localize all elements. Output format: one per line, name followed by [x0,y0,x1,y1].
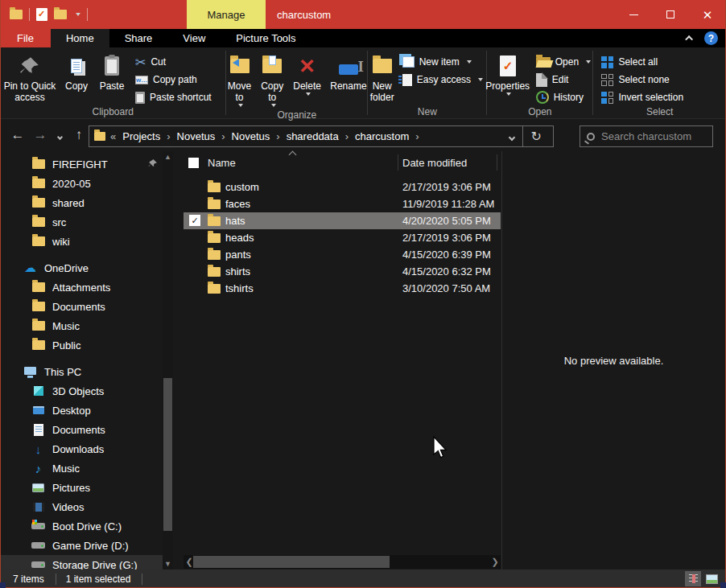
easy-access-button[interactable]: Easy access [398,71,488,88]
scrollbar-thumb[interactable] [163,378,172,531]
folder-icon[interactable] [10,10,23,19]
sidebar-item[interactable]: Attachments [1,278,163,297]
sidebar-scrollbar[interactable]: ▲ ▼ [163,151,173,569]
breadcrumb-item[interactable]: Projects [122,130,176,142]
chevron-down-icon[interactable] [76,13,80,16]
path-overflow-indicator[interactable]: « [110,130,116,142]
ribbon: Pin to Quick access Copy Paste ✂ Cut [0,47,726,119]
sidebar-item-icon [31,302,45,311]
paste-button[interactable]: Paste [93,51,130,95]
sidebar-item[interactable]: Documents [1,420,163,439]
edit-button[interactable]: Edit [531,71,596,88]
refresh-icon[interactable]: ↻ [525,129,548,144]
contextual-tab-manage[interactable]: Manage [187,0,266,29]
new-folder-button[interactable]: New folder [367,51,398,106]
sidebar-item[interactable]: Pictures [1,478,163,497]
sidebar-item[interactable]: ♪ Music [1,458,163,478]
copy-path-button[interactable]: w… Copy path [130,71,217,88]
sidebar-item[interactable]: Videos [1,497,163,516]
column-divider[interactable] [497,154,497,171]
column-divider[interactable] [398,154,398,171]
sidebar-item[interactable]: Documents [1,297,163,316]
thumbnails-view-button[interactable] [703,571,720,586]
properties-quick-icon[interactable] [36,8,47,21]
select-none-button[interactable]: Select none [596,71,688,88]
scroll-up-icon[interactable]: ▲ [163,151,173,162]
rename-button[interactable]: Rename [328,51,369,95]
sidebar-item[interactable]: 3D Objects [1,381,163,401]
close-button[interactable]: ✕ [689,0,726,29]
ribbon-group-select: Select all Select none Invert selection … [593,47,726,118]
copy-to-button[interactable]: Copy to [258,51,287,109]
file-row[interactable]: ✓ heads 2/17/2019 3:06 PM [184,229,501,246]
sidebar-item[interactable]: shared [1,193,163,212]
search-input[interactable] [601,130,698,142]
breadcrumb-item[interactable]: Novetus [232,130,287,142]
sidebar-item[interactable]: Storage Drive (G:) [1,555,163,569]
scrollbar-thumb[interactable] [193,556,390,568]
sidebar-item[interactable]: Public [1,335,163,355]
sidebar-item[interactable]: FIREFIGHT [1,154,163,174]
file-name: hats [225,215,245,227]
minimize-button[interactable] [615,0,652,29]
invert-selection-button[interactable]: Invert selection [596,88,688,106]
column-header-name[interactable]: Name [208,157,236,169]
help-icon[interactable]: ? [704,31,718,45]
sidebar-item[interactable]: wiki [1,232,163,251]
file-row[interactable]: ✓ faces 11/9/2019 11:28 AM [184,195,501,212]
toolbar-separator [87,8,88,21]
new-folder-quick-icon[interactable] [54,10,67,19]
open-button[interactable]: Open [531,53,596,71]
sidebar-item[interactable]: Desktop [1,401,163,420]
tab-picture-tools[interactable]: Picture Tools [221,29,311,47]
address-dropdown-icon[interactable] [509,131,514,142]
maximize-button[interactable] [652,0,689,29]
delete-button[interactable]: ✕ Delete [290,51,324,98]
tab-view[interactable]: View [167,29,221,47]
details-view-button[interactable] [685,571,701,586]
tab-file[interactable]: File [0,29,51,47]
sidebar-item[interactable]: src [1,212,163,232]
select-all-button[interactable]: Select all [596,53,688,71]
edit-icon [536,73,547,87]
recent-locations-icon[interactable] [52,127,68,143]
file-row[interactable]: ✓ hats 4/20/2020 5:05 PM [184,212,501,229]
properties-button[interactable]: Properties [485,51,531,98]
address-bar[interactable]: « ProjectsNovetusNovetusshareddatacharcu… [89,125,554,147]
tab-home[interactable]: Home [51,29,109,47]
sidebar-item[interactable]: Game Drive (D:) [1,536,163,555]
row-checkbox[interactable]: ✓ [189,215,200,226]
up-button[interactable]: ↑ [68,127,90,143]
file-row[interactable]: ✓ shirts 4/15/2020 6:32 PM [184,263,501,280]
sidebar-item[interactable]: Boot Drive (C:) [1,516,163,536]
horizontal-scrollbar[interactable]: ❮ ❯ [184,555,501,569]
sidebar-item[interactable]: This PC [1,362,163,381]
cut-button[interactable]: ✂ Cut [130,53,217,71]
open-folder-icon [536,57,551,68]
new-item-button[interactable]: New item [398,53,488,71]
history-button[interactable]: History [531,88,596,106]
breadcrumb-item[interactable]: Novetus [177,130,232,142]
file-row[interactable]: ✓ custom 2/17/2019 3:06 PM [184,179,501,195]
scroll-right-icon[interactable]: ❯ [489,555,501,569]
breadcrumb-item[interactable]: charcustom [355,130,426,142]
sidebar-item[interactable]: 2020-05 [1,174,163,193]
file-row[interactable]: ✓ tshirts 3/10/2020 7:50 AM [184,280,501,297]
column-header-date-modified[interactable]: Date modified [402,157,467,169]
breadcrumb-item[interactable]: shareddata [287,130,355,142]
invert-selection-icon [601,92,613,104]
copy-button[interactable]: Copy [60,51,93,95]
sidebar-item[interactable]: ↓ Downloads [1,439,163,458]
scroll-down-icon[interactable]: ▼ [163,558,173,569]
search-box[interactable] [580,125,713,147]
sidebar-item[interactable]: ☁ OneDrive [1,258,163,278]
tab-share[interactable]: Share [109,29,168,47]
select-all-checkbox[interactable] [188,158,199,168]
forward-button[interactable]: → [29,127,52,143]
sidebar-item[interactable]: Music [1,316,163,335]
pin-to-quick-access-button[interactable]: Pin to Quick access [0,51,60,106]
file-row[interactable]: ✓ pants 4/15/2020 6:39 PM [184,246,501,263]
paste-shortcut-button[interactable]: Paste shortcut [130,88,217,106]
move-to-button[interactable]: Move to [225,51,254,109]
back-button[interactable]: ← [6,127,29,143]
